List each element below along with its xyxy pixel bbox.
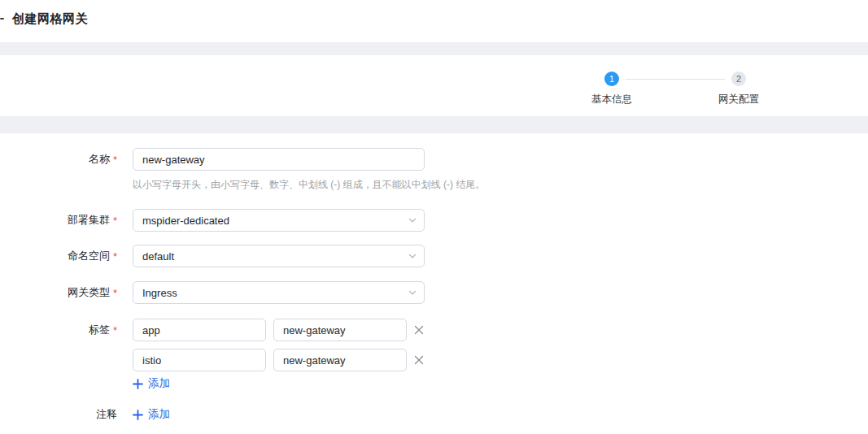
cluster-select[interactable]	[133, 209, 425, 232]
step-2-circle[interactable]: 2	[731, 72, 746, 86]
remove-label-button[interactable]	[412, 323, 425, 336]
gateway-type-field-label: 网关类型	[68, 281, 110, 304]
annotations-field-label: 注释	[96, 408, 117, 421]
step-2-label: 网关配置	[690, 93, 787, 106]
add-label-button[interactable]: 添加	[133, 377, 425, 390]
form-row-labels: 标签 *	[0, 319, 868, 390]
separator-band	[0, 42, 868, 55]
form-row-gateway-type: 网关类型 *	[0, 281, 868, 304]
add-annotation-text: 添加	[148, 407, 170, 422]
separator-band	[0, 116, 868, 133]
form-row-name: 名称 *	[0, 148, 868, 171]
form-row-cluster: 部署集群 *	[0, 209, 868, 232]
required-asterisk: *	[113, 245, 117, 268]
page-title: 创建网格网关	[12, 11, 88, 27]
step-1-label: 基本信息	[563, 93, 661, 106]
back-arrow-icon[interactable]	[0, 18, 4, 20]
plus-icon	[133, 410, 143, 420]
required-asterisk: *	[113, 319, 117, 342]
namespace-field-label-wrap: 命名空间 *	[0, 245, 117, 267]
labels-field-label-wrap: 标签 *	[0, 319, 117, 341]
close-icon	[413, 324, 425, 336]
step-2-number: 2	[736, 74, 741, 84]
labels-field-label: 标签	[89, 319, 110, 341]
cluster-field-label: 部署集群	[68, 209, 110, 232]
label-value-input[interactable]	[273, 349, 407, 371]
gateway-type-field-label-wrap: 网关类型 *	[0, 281, 117, 304]
label-key-input[interactable]	[133, 319, 266, 341]
name-input[interactable]	[133, 148, 425, 171]
step-1-circle[interactable]: 1	[604, 72, 619, 86]
step-1-number: 1	[609, 74, 614, 84]
label-kv-row	[133, 349, 425, 371]
form-row-namespace: 命名空间 *	[0, 245, 868, 267]
namespace-select[interactable]	[133, 245, 425, 267]
name-helper-row: 以小写字母开头，由小写字母、数字、中划线 (-) 组成，且不能以中划线 (-) …	[133, 176, 868, 191]
required-asterisk: *	[113, 149, 117, 171]
create-mesh-gateway-page: 创建网格网关 1 2 基本信息 网关配置 名称 * 以小写字母开头，由小写字母、…	[0, 0, 868, 434]
name-field-label: 名称	[89, 148, 110, 171]
add-annotation-button[interactable]: 添加	[133, 408, 170, 421]
cluster-field-label-wrap: 部署集群 *	[0, 209, 117, 232]
close-icon	[413, 354, 425, 366]
required-asterisk: *	[113, 282, 117, 305]
remove-label-button[interactable]	[412, 354, 425, 367]
label-kv-row	[133, 319, 425, 341]
name-field-label-wrap: 名称 *	[0, 148, 117, 171]
required-asterisk: *	[113, 210, 117, 232]
label-key-input[interactable]	[133, 349, 266, 371]
basic-info-form: 名称 * 以小写字母开头，由小写字母、数字、中划线 (-) 组成，且不能以中划线…	[0, 133, 868, 434]
page-header: 创建网格网关	[0, 0, 868, 42]
form-row-annotations: 注释 添加	[0, 408, 868, 421]
step-connector-line	[626, 79, 725, 80]
name-helper-text: 以小写字母开头，由小写字母、数字、中划线 (-) 组成，且不能以中划线 (-) …	[133, 179, 485, 190]
plus-icon	[133, 379, 143, 389]
namespace-field-label: 命名空间	[68, 245, 110, 267]
stepper: 1 2 基本信息 网关配置	[0, 55, 868, 116]
annotations-field-label-wrap: 注释	[0, 408, 117, 421]
label-value-input[interactable]	[273, 319, 407, 341]
gateway-type-select[interactable]	[133, 281, 425, 304]
add-label-text: 添加	[148, 376, 170, 391]
